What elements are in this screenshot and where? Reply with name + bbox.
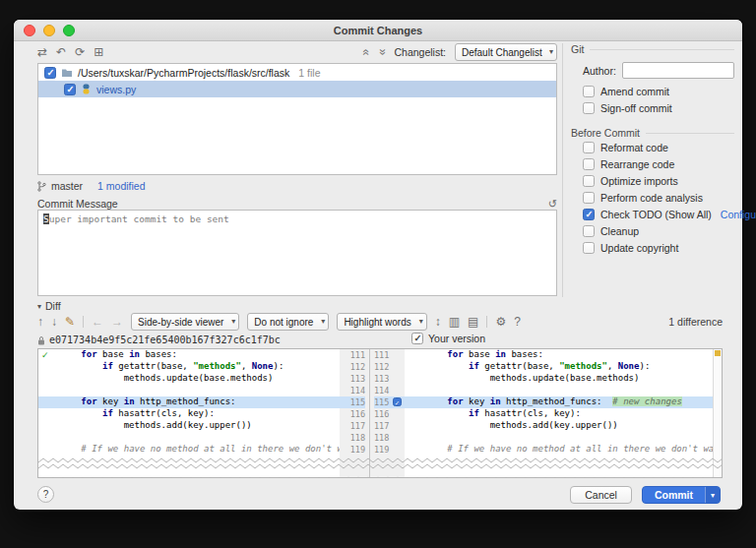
update-copyright-option[interactable]: Update copyright xyxy=(583,239,734,256)
show-diff-icon[interactable]: ⇄ xyxy=(37,44,47,60)
cleanup-option[interactable]: Cleanup xyxy=(583,222,734,239)
git-branch-icon xyxy=(37,181,46,192)
ignore-whitespace-value: Do not ignore xyxy=(254,317,313,328)
forward-icon[interactable]: → xyxy=(111,314,123,330)
minimize-window-button[interactable] xyxy=(43,25,55,36)
diff-section-toggle[interactable]: ▾ Diff xyxy=(37,300,61,312)
diff-code-line-right[interactable] xyxy=(405,432,713,444)
check-todo-option[interactable]: Check TODO (Show All) Configure xyxy=(583,206,734,222)
vcs-toolbar: ⇄ ↶ ⟳ ⊞ « « Changelist: Default Changeli… xyxy=(37,43,557,61)
optimize-imports-checkbox[interactable] xyxy=(583,175,595,187)
diff-code-line-right[interactable]: for key in http_method_funcs: # new chan… xyxy=(405,396,713,408)
diff-code-line-left[interactable]: methods.add(key.upper()) xyxy=(38,420,340,432)
your-version-label: Your version xyxy=(428,333,485,344)
diff-code-line-left[interactable] xyxy=(38,385,340,396)
diff-help-icon[interactable]: ? xyxy=(514,314,521,330)
include-change-checkbox[interactable] xyxy=(393,397,402,406)
line-number-left: 111 xyxy=(340,349,365,361)
next-difference-icon[interactable]: ↓ xyxy=(51,314,57,330)
group-by-icon[interactable]: ⊞ xyxy=(94,44,103,60)
commit-button-label[interactable]: Commit xyxy=(643,487,705,503)
rollback-icon[interactable]: ↶ xyxy=(56,44,66,60)
diff-code-line-right[interactable] xyxy=(405,385,713,396)
reformat-code-option[interactable]: Reformat code xyxy=(583,139,734,155)
commit-message-label: Commit Message xyxy=(37,198,118,210)
cancel-button[interactable]: Cancel xyxy=(570,486,632,504)
diff-code-line-left[interactable]: methods.update(base.methods) xyxy=(38,373,340,385)
modified-count-link[interactable]: 1 modified xyxy=(97,180,145,192)
diff-code-line-right[interactable]: if getattr(base, "methods", None): xyxy=(405,361,713,373)
diff-code-line-left[interactable]: # If we have no method at all in there w… xyxy=(38,444,340,456)
your-version-checkbox[interactable] xyxy=(411,333,423,344)
previous-difference-icon[interactable]: ↑ xyxy=(37,314,43,330)
line-number-left: 116 xyxy=(340,408,365,420)
signoff-commit-checkbox[interactable] xyxy=(583,102,595,114)
diff-code-line-left[interactable]: if getattr(base, "methods", None): xyxy=(38,361,340,373)
diff-code-line-right[interactable]: # If we have no method at all in there w… xyxy=(405,444,713,456)
tree-file-row-views-py[interactable]: views.py xyxy=(38,81,556,97)
option-label: Rearrange code xyxy=(600,158,674,170)
chevron-down-icon: ▾ xyxy=(419,317,423,326)
highlight-mode-value: Highlight words xyxy=(344,317,410,328)
tree-root-row[interactable]: /Users/tuxskar/PycharmProjects/flask/src… xyxy=(38,64,556,81)
rearrange-code-option[interactable]: Rearrange code xyxy=(583,155,734,172)
viewer-mode-select[interactable]: Side-by-side viewer ▾ xyxy=(131,313,239,331)
optimize-imports-option[interactable]: Optimize imports xyxy=(583,172,734,189)
change-marker[interactable] xyxy=(715,350,721,356)
include-file-checkbox[interactable] xyxy=(64,84,76,95)
cleanup-checkbox[interactable] xyxy=(583,225,595,237)
zoom-window-button[interactable] xyxy=(63,25,75,36)
diff-left-editor[interactable]: ✓ for base in bases: if getattr(base, "m… xyxy=(38,349,340,477)
help-button[interactable]: ? xyxy=(37,486,54,503)
highlight-mode-select[interactable]: Highlight words ▾ xyxy=(337,313,426,331)
back-icon[interactable]: ← xyxy=(92,314,103,330)
toolbar-separator xyxy=(83,316,84,328)
line-number-left: 115 xyxy=(340,396,365,408)
include-root-checkbox[interactable] xyxy=(44,67,56,79)
diff-code-line-left[interactable]: for base in bases: xyxy=(38,349,340,361)
check-todo-checkbox[interactable] xyxy=(583,209,595,220)
commit-message-input[interactable]: Super important commit to be sent xyxy=(37,210,557,296)
expand-all-icon[interactable]: « xyxy=(374,49,390,56)
diff-code-line-left[interactable] xyxy=(38,432,340,444)
configure-todo-link[interactable]: Configure xyxy=(721,209,756,220)
ignore-whitespace-select[interactable]: Do not ignore ▾ xyxy=(247,313,329,331)
diff-code-line-left[interactable]: if hasattr(cls, key): xyxy=(38,408,340,420)
update-copyright-checkbox[interactable] xyxy=(583,242,595,254)
changed-files-tree[interactable]: /Users/tuxskar/PycharmProjects/flask/src… xyxy=(37,63,557,175)
diff-code-line-right[interactable]: if hasattr(cls, key): xyxy=(405,408,713,420)
commit-options-arrow[interactable]: ▾ xyxy=(705,487,720,503)
diff-code-line-right[interactable]: methods.add(key.upper()) xyxy=(405,420,713,432)
diff-viewer[interactable]: ✓ for base in bases: if getattr(base, "m… xyxy=(37,348,723,478)
annotate-icon[interactable]: ▤ xyxy=(468,314,478,330)
amend-commit-checkbox[interactable] xyxy=(583,86,595,97)
your-version-header: Your version xyxy=(411,333,485,344)
code-analysis-option[interactable]: Perform code analysis xyxy=(583,189,734,206)
author-input[interactable] xyxy=(622,62,734,79)
git-section-header: Git xyxy=(571,43,734,55)
option-label: Optimize imports xyxy=(600,175,678,187)
sync-scroll-icon[interactable]: ▥ xyxy=(449,314,460,330)
code-analysis-checkbox[interactable] xyxy=(583,192,595,204)
line-number-right: 118 xyxy=(374,432,405,444)
rearrange-code-checkbox[interactable] xyxy=(583,158,595,170)
diff-right-editor[interactable]: for base in bases: if getattr(base, "met… xyxy=(405,349,713,477)
diff-code-line-left[interactable]: for key in http_method_funcs: xyxy=(38,396,340,408)
git-section-title: Git xyxy=(571,43,584,55)
refresh-icon[interactable]: ⟳ xyxy=(75,44,85,60)
collapse-unchanged-icon[interactable]: ↕ xyxy=(435,314,441,330)
diff-settings-gear-icon[interactable]: ⚙ xyxy=(495,314,506,330)
amend-commit-option[interactable]: Amend commit xyxy=(583,83,734,99)
commit-button[interactable]: Commit ▾ xyxy=(642,486,721,504)
signoff-commit-option[interactable]: Sign-off commit xyxy=(583,99,734,116)
titlebar[interactable]: Commit Changes xyxy=(14,20,742,41)
collapse-all-icon[interactable]: « xyxy=(358,49,374,56)
diff-code-line-right[interactable]: methods.update(base.methods) xyxy=(405,373,713,385)
diff-code-line-right[interactable]: for base in bases: xyxy=(405,349,713,361)
error-stripe[interactable] xyxy=(713,349,722,477)
jump-to-source-icon[interactable]: ✎ xyxy=(65,314,75,330)
line-number-right: 119 xyxy=(374,444,405,456)
close-window-button[interactable] xyxy=(24,25,35,36)
changelist-select[interactable]: Default Changelist ▾ xyxy=(455,43,557,61)
reformat-code-checkbox[interactable] xyxy=(583,142,595,153)
